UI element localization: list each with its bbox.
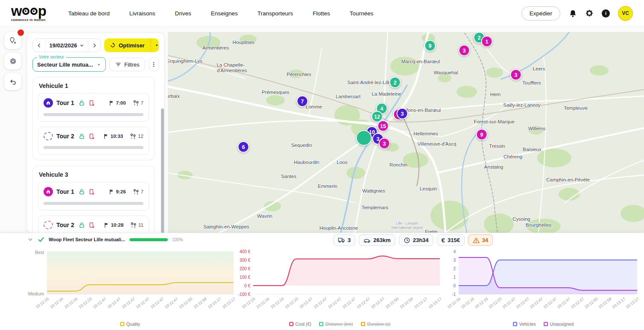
map-cluster-marker[interactable]: 3 — [397, 108, 408, 120]
collapse-chevron-icon[interactable] — [27, 237, 33, 242]
map-cluster-marker[interactable]: 2 — [389, 77, 401, 88]
map-cluster-marker[interactable]: 3 — [379, 138, 390, 149]
svg-text:10:12:16: 10:12:16 — [460, 297, 475, 310]
tour-progress-bar — [44, 202, 143, 205]
svg-text:10:12:47: 10:12:47 — [313, 297, 328, 310]
undo-button[interactable] — [4, 73, 21, 90]
kpi-clock-badge[interactable]: 23h34 — [399, 234, 433, 246]
woop-logo[interactable]: wp commerce in motion — [11, 5, 46, 22]
map[interactable]: HouplinesArmentièresErquinghem-LysLa Cha… — [168, 32, 644, 233]
kpi-warning-badge[interactable]: 34 — [468, 234, 493, 246]
nav-item-transporteurs[interactable]: Transporteurs — [258, 10, 293, 17]
nav-item-livraisons[interactable]: Livraisons — [129, 10, 155, 17]
svg-text:Best: Best — [35, 250, 44, 255]
map-town-label: Cysoing — [512, 216, 530, 222]
map-town-label: La Chapelle- — [217, 62, 244, 67]
optimize-menu-button[interactable] — [150, 38, 159, 52]
nav-item-tourn-es[interactable]: Tournées — [350, 10, 374, 17]
remove-stop-button[interactable] — [4, 32, 21, 49]
map-cluster-marker[interactable]: 1 — [481, 36, 493, 47]
kpi-euro-badge[interactable]: € 315€ — [437, 234, 465, 246]
map-town-label: Houplines — [232, 40, 254, 45]
map-cluster-marker[interactable]: 9 — [424, 40, 436, 52]
legend-item[interactable]: Cost (€) — [289, 321, 311, 327]
date-value[interactable]: 19/02/2026 — [45, 39, 88, 52]
next-day-button[interactable] — [88, 39, 100, 52]
phone-disabled-icon[interactable] — [88, 100, 95, 106]
flag-icon — [104, 222, 109, 228]
nav-item-enseignes[interactable]: Enseignes — [211, 10, 238, 17]
bell-icon[interactable] — [568, 9, 577, 18]
gear-icon[interactable] — [585, 9, 594, 18]
map-cluster-marker[interactable]: 9 — [476, 129, 488, 140]
tour-start-time: 9:26 — [116, 189, 126, 194]
phone-disabled-icon[interactable] — [88, 133, 95, 140]
legend-item[interactable]: Duration (s) — [361, 321, 391, 327]
svg-text:10:12:47: 10:12:47 — [370, 297, 385, 310]
avatar[interactable]: VC — [618, 6, 633, 21]
logo-tagline: commerce in motion — [11, 18, 46, 22]
legend-item[interactable]: Quality — [120, 321, 141, 327]
refresh-icon — [110, 42, 116, 48]
vehicle-title: Vehicule 3 — [33, 166, 154, 182]
filters-button[interactable]: Filtres — [109, 58, 145, 71]
svg-text:10:12:23: 10:12:23 — [284, 297, 299, 310]
map-town-label: Forest-sur-Marque — [474, 119, 514, 124]
info-icon[interactable]: i — [602, 9, 610, 18]
map-cluster-marker[interactable] — [356, 130, 372, 146]
optimize-button[interactable]: Optimiser — [104, 38, 159, 52]
nav-item-tableau-de-bord[interactable]: Tableau de bord — [68, 10, 110, 17]
kpi-truck-badge[interactable]: 3 — [333, 234, 355, 246]
chart-svg: 43210-110:12:1610:12:1610:12:1610:12:231… — [443, 248, 643, 317]
svg-text:10:13:17: 10:13:17 — [413, 297, 428, 310]
map-town-label: Wasquehal — [433, 70, 458, 75]
map-town-label: Chéreng — [503, 154, 522, 159]
kpi-value: 263km — [373, 237, 390, 243]
tour-card[interactable]: Tour 2 10:33 12 — [38, 127, 149, 155]
legend-item[interactable]: Vehicles — [513, 321, 536, 327]
map-town-label: Sainghin-en-Weppes — [203, 224, 249, 229]
map-cluster-marker[interactable]: 7 — [297, 96, 308, 107]
tour-card[interactable]: Tour 1 9:26 7 — [38, 182, 149, 210]
legend-item[interactable]: Unassigned — [544, 321, 574, 327]
map-cluster-marker[interactable]: 3 — [510, 69, 522, 81]
chevron-down-icon — [79, 43, 84, 48]
map-cluster-marker[interactable]: 3 — [459, 45, 470, 56]
legend-item[interactable]: Distance (km) — [319, 321, 353, 327]
svg-text:10:12:16: 10:12:16 — [49, 297, 64, 310]
lock-icon[interactable] — [79, 189, 85, 195]
svg-text:10:12:58: 10:12:58 — [399, 297, 414, 310]
expedier-button[interactable]: Expédier — [521, 6, 560, 20]
tour-progress-bar — [44, 113, 143, 116]
kebab-icon — [151, 61, 157, 67]
sector-select[interactable]: Votre secteur Secteur Lille mutua... — [32, 57, 106, 72]
map-cluster-marker[interactable]: 15 — [378, 120, 389, 132]
phone-disabled-icon[interactable] — [88, 189, 95, 195]
vehicle-group: Vehicule 1 Tour 1 7:00 7 Tour 2 — [32, 77, 155, 160]
map-cluster-marker[interactable]: 6 — [238, 141, 249, 153]
nav-item-flottes[interactable]: Flottes — [313, 10, 330, 17]
kpi-distance-badge[interactable]: 263km — [359, 234, 395, 246]
optimization-progress-pct: 100% — [172, 237, 183, 242]
svg-text:10:12:47: 10:12:47 — [556, 297, 571, 310]
stops-icon — [130, 222, 137, 228]
chevron-down-icon — [97, 62, 101, 67]
svg-text:-100 €: -100 € — [238, 292, 251, 297]
svg-text:10:12:47: 10:12:47 — [356, 297, 371, 310]
tour-card[interactable]: Tour 1 7:00 7 — [38, 93, 149, 122]
lock-icon[interactable] — [79, 100, 85, 106]
map-town-label: Camphin-en-Pévèle — [546, 177, 590, 182]
more-options-button[interactable] — [149, 58, 159, 71]
settings-button[interactable] — [4, 53, 21, 70]
lock-icon[interactable] — [79, 222, 85, 228]
map-town-label: Prémesques — [262, 90, 290, 95]
lock-icon[interactable] — [79, 133, 85, 140]
nav-item-drives[interactable]: Drives — [175, 10, 191, 17]
svg-text:10:12:58: 10:12:58 — [597, 297, 612, 310]
phone-disabled-icon[interactable] — [88, 222, 95, 228]
svg-text:300 €: 300 € — [240, 258, 250, 263]
map-town-label: Pérenchies — [287, 72, 311, 77]
map-town-label: Lesquin — [420, 186, 437, 191]
prev-day-button[interactable] — [33, 39, 45, 52]
stops-icon — [133, 189, 139, 195]
